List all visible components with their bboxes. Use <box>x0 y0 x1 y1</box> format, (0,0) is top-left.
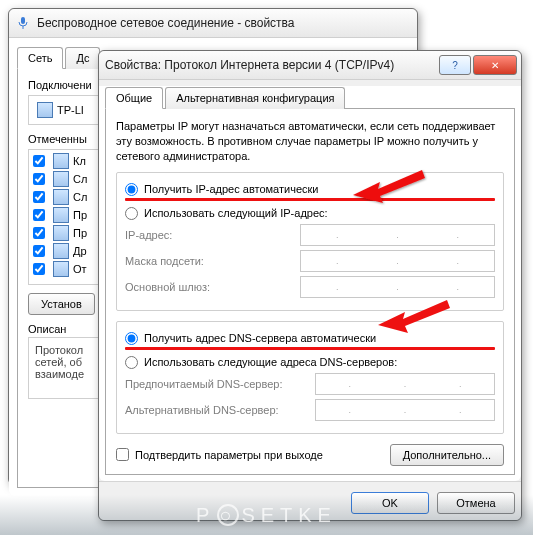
subnet-mask-field[interactable]: ... <box>300 250 495 272</box>
highlight-line-ip <box>125 198 495 201</box>
component-icon <box>53 225 69 241</box>
item-checkbox[interactable] <box>33 245 45 257</box>
adapter-icon <box>37 102 53 118</box>
watermark: P○SETKE <box>0 495 533 535</box>
item-label: Кл <box>73 155 86 167</box>
tab-other[interactable]: Дс <box>65 47 100 69</box>
component-icon <box>53 261 69 277</box>
radio-dns-manual-input[interactable] <box>125 356 138 369</box>
tab-altconfig[interactable]: Альтернативная конфигурация <box>165 87 345 109</box>
item-checkbox[interactable] <box>33 155 45 167</box>
item-checkbox[interactable] <box>33 173 45 185</box>
component-icon <box>53 189 69 205</box>
front-tabs: Общие Альтернативная конфигурация <box>105 86 515 109</box>
item-label: Пр <box>73 209 87 221</box>
item-label: От <box>73 263 87 275</box>
radio-dns-auto-input[interactable] <box>125 332 138 345</box>
highlight-line-dns <box>125 347 495 350</box>
item-label: Пр <box>73 227 87 239</box>
tab-general[interactable]: Общие <box>105 87 163 109</box>
front-titlebar: Свойства: Протокол Интернета версии 4 (T… <box>99 51 521 80</box>
mic-icon <box>15 15 31 31</box>
intro-text: Параметры IP могут назначаться автоматич… <box>116 119 504 164</box>
dns-pref-field[interactable]: ... <box>315 373 495 395</box>
item-checkbox[interactable] <box>33 209 45 221</box>
confirm-label: Подтвердить параметры при выходе <box>135 449 323 461</box>
component-icon <box>53 243 69 259</box>
radio-dns-manual-label: Использовать следующие адреса DNS-сервер… <box>144 356 397 368</box>
item-label: Сл <box>73 173 87 185</box>
item-label: Сл <box>73 191 87 203</box>
dns-group: Получить адрес DNS-сервера автоматически… <box>116 321 504 434</box>
dns-alt-field[interactable]: ... <box>315 399 495 421</box>
ip-address-field[interactable]: ... <box>300 224 495 246</box>
gateway-label: Основной шлюз: <box>125 281 300 293</box>
ip-address-label: IP-адрес: <box>125 229 300 241</box>
radio-ip-auto-input[interactable] <box>125 183 138 196</box>
component-icon <box>53 153 69 169</box>
subnet-mask-label: Маска подсети: <box>125 255 300 267</box>
back-titlebar: Беспроводное сетевое соединение - свойст… <box>9 9 417 38</box>
item-checkbox[interactable] <box>33 191 45 203</box>
confirm-on-exit[interactable]: Подтвердить параметры при выходе <box>116 448 323 461</box>
radio-ip-auto[interactable]: Получить IP-адрес автоматически <box>125 183 495 196</box>
radio-dns-auto[interactable]: Получить адрес DNS-сервера автоматически <box>125 332 495 345</box>
item-checkbox[interactable] <box>33 227 45 239</box>
item-checkbox[interactable] <box>33 263 45 275</box>
help-button[interactable]: ? <box>439 55 471 75</box>
component-icon <box>53 207 69 223</box>
item-label: Др <box>73 245 87 257</box>
radio-ip-manual-input[interactable] <box>125 207 138 220</box>
tab-network[interactable]: Сеть <box>17 47 63 69</box>
ip-group: Получить IP-адрес автоматически Использо… <box>116 172 504 311</box>
close-button[interactable]: ✕ <box>473 55 517 75</box>
confirm-checkbox[interactable] <box>116 448 129 461</box>
component-icon <box>53 171 69 187</box>
radio-dns-manual[interactable]: Использовать следующие адреса DNS-сервер… <box>125 356 495 369</box>
radio-ip-manual-label: Использовать следующий IP-адрес: <box>144 207 328 219</box>
adapter-name: TP-LI <box>57 104 84 116</box>
back-title: Беспроводное сетевое соединение - свойст… <box>37 16 295 30</box>
front-title: Свойства: Протокол Интернета версии 4 (T… <box>105 58 394 72</box>
dns-alt-label: Альтернативный DNS-сервер: <box>125 404 315 416</box>
svg-rect-0 <box>21 17 25 24</box>
dns-pref-label: Предпочитаемый DNS-сервер: <box>125 378 315 390</box>
gateway-field[interactable]: ... <box>300 276 495 298</box>
radio-dns-auto-label: Получить адрес DNS-сервера автоматически <box>144 332 376 344</box>
advanced-button[interactable]: Дополнительно... <box>390 444 504 466</box>
radio-ip-auto-label: Получить IP-адрес автоматически <box>144 183 318 195</box>
radio-ip-manual[interactable]: Использовать следующий IP-адрес: <box>125 207 495 220</box>
install-button[interactable]: Установ <box>28 293 95 315</box>
